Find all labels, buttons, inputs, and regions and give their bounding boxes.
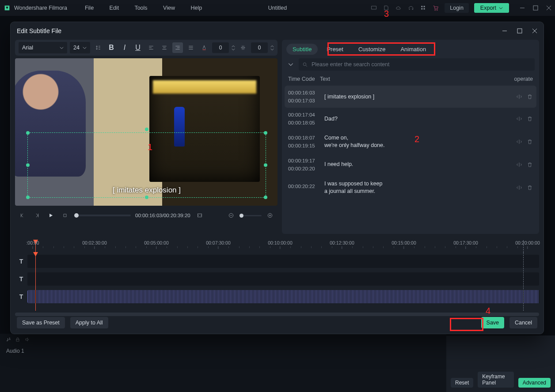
font-select[interactable]: Arial [19,42,67,53]
menu-file[interactable]: File [85,5,94,11]
split-subtitle-icon[interactable] [516,94,522,100]
audio-music-icon: ♪¹ [6,336,11,343]
collapse-icon[interactable] [286,60,295,69]
underline-button[interactable]: U [133,42,143,53]
advanced-button[interactable]: Advanced [518,378,551,388]
italic-button[interactable]: I [119,42,130,53]
subtitle-row[interactable]: 00:00:20:22I was supposed to keep a jour… [285,176,536,200]
fit-screen-icon[interactable] [195,211,205,220]
menu-view[interactable]: View [163,5,175,11]
menu-tools[interactable]: Tools [134,5,147,11]
tab-subtitle[interactable]: Subtitle [286,44,318,55]
timeline-ruler[interactable]: :00:0000:02:30:0000:05:00:0000:07:30:000… [15,240,539,253]
screen-icon[interactable] [370,4,377,11]
reset-button[interactable]: Reset [451,378,473,388]
stop-button[interactable] [60,211,70,220]
headphone-icon[interactable] [407,4,414,11]
cloud-icon[interactable] [395,4,402,11]
line-height-icon[interactable] [93,42,103,53]
window-minimize-icon[interactable] [520,5,525,11]
keyframe-panel-button[interactable]: Keyframe Panel [478,372,513,388]
bold-button[interactable]: B [106,42,117,53]
dialog-footer: Save as Preset Apply to All Save Cancel … [11,316,544,334]
svg-rect-0 [372,6,376,9]
align-center-button[interactable] [159,42,170,53]
tab-preset[interactable]: Preset [320,44,350,55]
track-lane-1[interactable] [27,255,539,268]
dialog-close-icon[interactable] [532,28,537,34]
delete-subtitle-icon[interactable] [527,116,533,122]
subtitle-timeline: :00:0000:02:30:0000:05:00:0000:07:30:000… [15,240,539,316]
split-subtitle-icon[interactable] [516,116,522,122]
char-spacing-value[interactable]: 0 [212,42,229,53]
save-button[interactable]: Save [481,317,505,328]
subtitle-text: Come on, we're only halfway done. [324,134,516,149]
delete-subtitle-icon[interactable] [527,162,533,168]
align-right-button[interactable] [172,42,183,53]
ruler-tick: 00:05:00:00 [144,240,168,249]
delete-subtitle-icon[interactable] [527,94,533,100]
timeline-scrollbar[interactable] [15,313,539,316]
font-size-select[interactable]: 24 [70,42,90,53]
dialog-minimize-icon[interactable] [502,28,507,34]
menu-help[interactable]: Help [190,5,202,11]
speaker-icon[interactable] [25,337,30,342]
tab-animation[interactable]: Animation [394,44,432,55]
apply-to-all-button[interactable]: Apply to All [70,317,108,328]
zoom-out-button[interactable] [226,211,236,220]
window-close-icon[interactable] [546,5,551,11]
subtitle-selection-box[interactable]: [ imitates explosion ] [27,132,266,198]
video-preview[interactable]: 1 [ imitates explosion ] [15,58,278,206]
zoom-in-button[interactable] [265,211,275,220]
char-width-icon[interactable] [238,42,248,53]
timeline-end-line [523,253,524,311]
track-lane-2[interactable] [27,272,539,286]
subtitle-row[interactable]: 00:00:17:0400:00:18:05Dad? [285,108,536,130]
split-subtitle-icon[interactable] [516,162,522,168]
align-left-button[interactable] [146,42,156,53]
svg-point-6 [437,10,438,11]
subtitle-row[interactable]: 00:00:18:0700:00:19:15Come on, we're onl… [285,130,536,154]
search-input[interactable] [312,61,531,68]
window-maximize-icon[interactable] [533,5,538,11]
subtitle-row[interactable]: 00:00:19:1700:00:20:20I need help. [285,154,536,176]
login-button[interactable]: Login [445,3,469,13]
line-spacing-spinner[interactable] [270,45,274,51]
seek-slider[interactable] [74,215,131,216]
ruler-tick: 00:12:30:00 [330,240,354,249]
cart-icon[interactable] [432,4,439,11]
align-justify-button[interactable] [186,42,196,53]
track-lane-3[interactable] [27,290,539,303]
search-field[interactable] [299,58,535,71]
lock-icon[interactable] [15,337,20,342]
delete-subtitle-icon[interactable] [527,185,533,191]
dialog-titlebar: Edit Subtitle File [11,22,544,40]
text-color-icon[interactable] [199,42,209,53]
tab-customize[interactable]: Customize [352,44,392,55]
split-subtitle-icon[interactable] [516,139,522,145]
dialog-maximize-icon[interactable] [517,28,522,34]
svg-rect-10 [203,49,206,50]
subtitle-row[interactable]: 00:00:16:0300:00:17:03[ imitates explosi… [285,86,536,108]
delete-subtitle-icon[interactable] [527,139,533,145]
line-spacing-value[interactable]: 0 [251,42,268,53]
export-button[interactable]: Export [474,3,509,13]
zoom-slider[interactable] [239,215,262,216]
play-button[interactable] [46,211,56,220]
search-icon [302,62,308,68]
step-fwd-button[interactable] [32,211,42,220]
subtitle-text: I was supposed to keep a journal all sum… [324,180,516,195]
split-subtitle-icon[interactable] [516,185,522,191]
document-title: Untitled [268,5,287,11]
save-as-preset-button[interactable]: Save as Preset [17,317,65,328]
apps-icon[interactable] [420,4,427,11]
char-spacing-spinner[interactable] [232,45,235,51]
menu-edit[interactable]: Edit [110,5,119,11]
col-text: Text [320,76,330,82]
col-timecode: Time Code [288,76,320,82]
col-operate: operate [514,76,533,82]
cancel-button[interactable]: Cancel [509,317,537,328]
step-back-button[interactable] [18,211,27,220]
track-text3-icon: T [15,293,27,300]
subtitle-list[interactable]: 2 00:00:16:0300:00:17:03[ imitates explo… [282,86,539,234]
